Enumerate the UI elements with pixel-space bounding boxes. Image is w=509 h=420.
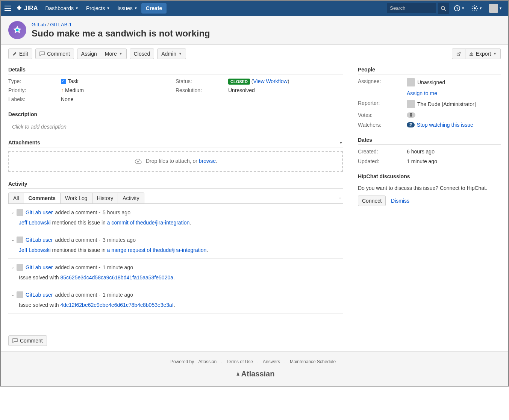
search-icon[interactable] [438,3,449,14]
assignee-label: Assignee: [358,78,407,86]
breadcrumb-project[interactable]: GitLab [32,22,46,27]
browse-link[interactable]: browse [199,158,216,164]
help-icon[interactable]: ? ▼ [451,5,467,12]
activity-header: Activity [8,181,343,189]
labels-value: None [61,96,176,102]
svg-point-4 [16,29,19,32]
task-icon [61,79,66,84]
comment-user-link[interactable]: Jeff Lebowski [19,247,51,253]
priority-medium-icon: ↑ [61,87,64,93]
people-header: People [358,67,501,74]
resolution-value: Unresolved [228,87,343,93]
comment-reference-link[interactable]: 85c625e3dc4d58ca9c618bd41fa15aa53fe5020a [61,274,174,281]
status-value: CLOSED (View Workflow) [228,78,343,84]
hipchat-connect-button[interactable]: Connect [358,196,386,206]
hipchat-header: HipChat discussions [358,173,501,181]
sort-icon[interactable]: ↑ [339,196,341,202]
comment-author-link[interactable]: GitLab user [26,264,53,270]
footer-answers-link[interactable]: Answers [263,359,280,364]
reporter-label: Reporter: [358,100,407,108]
comment-author-link[interactable]: GitLab user [26,209,53,215]
collapse-icon[interactable]: ⌄ [11,238,14,242]
status-label: Status: [176,78,228,84]
tab-activity[interactable]: Activity [118,193,144,203]
type-value: Task [61,78,176,84]
type-label: Type: [8,78,61,84]
menu-icon[interactable] [5,6,12,11]
top-navigation: JIRA Dashboards▼ Projects▼ Issues▼ Creat… [1,1,508,16]
comment-reference-link[interactable]: a commit of thedude/jira-integration [107,220,189,226]
votes-label: Votes: [358,112,407,118]
nav-dashboards[interactable]: Dashboards▼ [41,5,82,11]
footer-maintenance-link[interactable]: Maintenance Schedule [290,359,336,364]
nav-issues[interactable]: Issues▼ [114,5,141,11]
comment-user-link[interactable]: Jeff Lebowski [19,220,51,226]
page-header: GitLab / GITLAB-1 Sudo make me a sandwic… [1,16,508,45]
comment-author-link[interactable]: GitLab user [26,292,53,298]
comment-timestamp: 1 minute ago [103,292,133,298]
search-input[interactable] [387,3,436,13]
comment-reference-link[interactable]: a merge request of thedude/jira-integrat… [107,247,207,253]
breadcrumb: GitLab / GITLAB-1 [32,22,210,27]
created-label: Created: [358,149,407,155]
hipchat-section: HipChat discussions Do you want to discu… [358,173,501,206]
settings-icon[interactable]: ▼ [469,5,485,12]
details-header: Details [8,67,343,74]
tab-history[interactable]: History [92,193,118,203]
labels-label: Labels: [8,96,61,102]
collapse-icon[interactable]: ⌄ [11,210,14,214]
tab-worklog[interactable]: Work Log [61,193,92,203]
watchers-badge: 2 [407,122,415,127]
comment-author-link[interactable]: GitLab user [26,237,53,243]
footer-atlassian-link[interactable]: Atlassian [198,359,217,364]
avatar-icon [407,78,415,86]
attachment-dropzone[interactable]: Drop files to attach, or browse. [8,151,343,171]
description-placeholder[interactable]: Click to add description [8,123,343,130]
export-button[interactable]: Export ▼ [465,49,501,59]
share-button[interactable] [452,49,465,59]
svg-point-3 [474,7,476,9]
footer-terms-link[interactable]: Terms of Use [226,359,253,364]
hipchat-dismiss-link[interactable]: Dismiss [391,198,409,204]
updated-label: Updated: [358,158,407,164]
avatar-icon [17,237,23,243]
assign-button[interactable]: Assign [77,49,101,59]
edit-button[interactable]: Edit [8,49,32,59]
comment-body: Jeff Lebowski mentioned this issue in a … [11,220,340,226]
description-header: Description [8,111,343,119]
attachments-options-icon[interactable]: ▼ [339,141,343,145]
description-section: Description Click to add description [8,111,343,130]
attachments-header: Attachments [8,139,40,146]
collapse-icon[interactable]: ⌄ [11,265,14,269]
comment-item: ⌄GitLab user added a comment - 5 hours a… [8,204,343,231]
project-avatar-icon [8,21,26,39]
create-button[interactable]: Create [141,3,167,14]
admin-button[interactable]: Admin ▼ [157,49,186,59]
issue-title: Sudo make me a sandwich is not working [32,28,210,39]
svg-text:?: ? [456,6,458,11]
comment-button[interactable]: Comment [35,49,74,59]
reporter-value: The Dude [Administrator] [417,101,476,107]
dates-header: Dates [358,137,501,145]
breadcrumb-issue-key[interactable]: GITLAB-1 [50,22,72,27]
collapse-icon[interactable]: ⌄ [11,293,14,297]
workflow-status-button[interactable]: Closed [130,49,155,59]
jira-logo[interactable]: JIRA [16,5,38,12]
tab-comments[interactable]: Comments [24,193,61,203]
pencil-icon [12,52,17,56]
add-comment-button[interactable]: Comment [8,335,47,346]
avatar-icon [407,100,415,108]
user-menu[interactable]: ▼ [487,4,504,13]
share-icon [456,51,461,56]
more-button[interactable]: More ▼ [101,49,127,59]
tab-all[interactable]: All [9,193,24,203]
stop-watching-link[interactable]: Stop watching this issue [417,122,473,128]
assign-to-me-link[interactable]: Assign to me [407,90,437,96]
action-toolbar: Edit Comment Assign More ▼ Closed Admin … [1,45,508,63]
comment-reference-link[interactable]: 4dc12f62be62e9ebe4e6d61c78b4c8b053e3e3af [61,302,174,308]
nav-projects[interactable]: Projects▼ [82,5,114,11]
hipchat-text: Do you want to discuss this issue? Conne… [358,185,501,191]
priority-value: ↑Medium [61,87,176,93]
view-workflow-link[interactable]: View Workflow [253,78,287,84]
avatar-icon [17,291,23,298]
